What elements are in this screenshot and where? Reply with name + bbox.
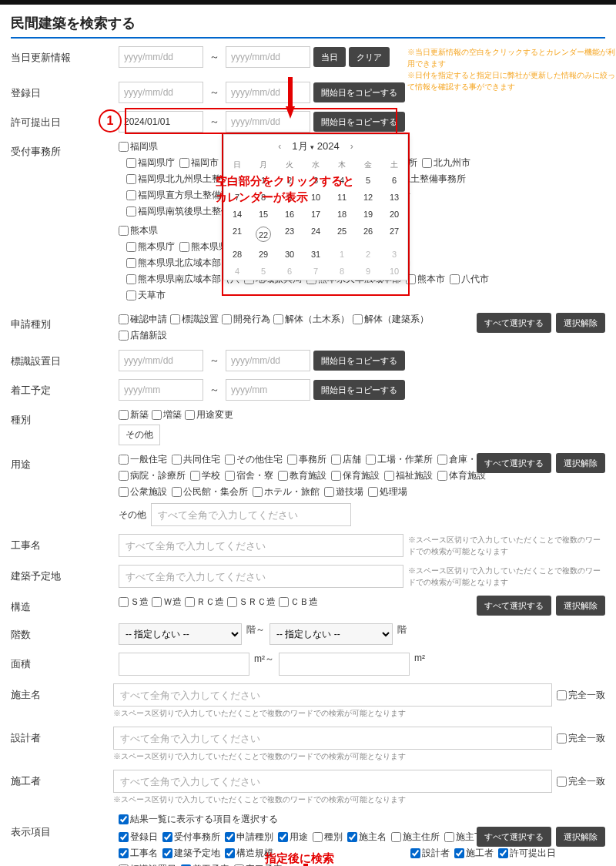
checkbox-item[interactable]: 宿舎・寮 xyxy=(225,469,273,482)
checkbox-item[interactable]: 設計者 xyxy=(410,847,450,860)
calendar-day[interactable]: 26 xyxy=(355,223,381,246)
calendar-day[interactable]: 20 xyxy=(381,206,407,223)
clear-button[interactable]: クリア xyxy=(349,47,390,67)
calendar-day[interactable]: 13 xyxy=(381,189,407,206)
checkbox-item[interactable]: 熊本市 xyxy=(406,273,445,286)
floors-from-select[interactable]: -- 指定しない -- xyxy=(119,623,242,645)
checkbox-item[interactable]: 完全一致 xyxy=(557,775,605,788)
checkbox-item[interactable]: 施主名 xyxy=(347,831,387,844)
checkbox-item[interactable]: 熊本県県南広域本部（八 xyxy=(126,273,239,286)
calendar-day[interactable]: 9 xyxy=(355,263,381,280)
build-site-input[interactable] xyxy=(119,565,403,588)
checkbox-item[interactable]: Ｓ造 xyxy=(119,596,149,609)
calendar-day[interactable]: 16 xyxy=(276,206,303,223)
checkbox-item[interactable]: 完全一致 xyxy=(557,689,605,702)
checkbox-item[interactable]: 公民館・集会所 xyxy=(172,485,248,498)
reg-to-input[interactable] xyxy=(226,82,310,103)
checkbox-item[interactable]: 受付事務所 xyxy=(162,831,220,844)
copy-start-button-4[interactable]: 開始日をコピーする xyxy=(313,380,405,400)
permit-to-input[interactable] xyxy=(226,111,310,133)
checkbox-item[interactable]: その他住宅 xyxy=(225,453,283,466)
calendar-day[interactable]: 31 xyxy=(303,246,329,263)
checkbox-item[interactable]: 福岡県南筑後県土整備 xyxy=(126,205,230,218)
checkbox-item[interactable]: 着工予定 xyxy=(181,863,229,866)
checkbox-item[interactable]: 福岡県庁 xyxy=(126,156,175,170)
calendar-day[interactable]: 28 xyxy=(224,246,250,263)
calendar-day[interactable]: 27 xyxy=(381,223,407,246)
checkbox-item[interactable]: 公衆施設 xyxy=(119,485,167,498)
checkbox-item[interactable]: 熊本県庁 xyxy=(126,240,175,253)
today-to-input[interactable] xyxy=(226,46,310,68)
checkbox-item[interactable]: 解体（土木系） xyxy=(273,313,350,326)
copy-start-button-2[interactable]: 開始日をコピーする xyxy=(313,112,405,132)
checkbox-item[interactable]: 標識設置日 xyxy=(119,863,176,866)
calendar-day[interactable]: 4 xyxy=(224,263,250,280)
start-to-input[interactable] xyxy=(226,379,310,401)
checkbox-item[interactable]: ホテル・旅館 xyxy=(253,485,320,498)
use-other-input[interactable] xyxy=(151,503,351,526)
calendar-popup[interactable]: ‹ 1月 ▾ 2024 › 日月火水木金土 311234567891011121… xyxy=(223,134,408,280)
calendar-day[interactable]: 30 xyxy=(276,246,303,263)
checkbox-item[interactable]: 工場・作業所 xyxy=(366,453,433,466)
checkbox-item[interactable]: 保育施設 xyxy=(331,469,380,482)
checkbox-item[interactable]: 申請種別 xyxy=(225,831,273,844)
checkbox-item[interactable]: 熊本県県北広域本部（菊 xyxy=(126,257,239,270)
calendar-day[interactable]: 12 xyxy=(355,189,381,206)
checkbox-item[interactable]: 福祉施設 xyxy=(384,469,433,482)
area-to-input[interactable] xyxy=(279,653,410,676)
calendar-day[interactable]: 19 xyxy=(355,206,381,223)
checkbox-item[interactable]: 教育施設 xyxy=(278,469,326,482)
checkbox-item[interactable]: 北九州市 xyxy=(422,156,470,170)
calendar-next[interactable]: › xyxy=(346,139,358,153)
calendar-day[interactable]: 5 xyxy=(250,263,276,280)
calendar-day[interactable]: 7 xyxy=(303,263,329,280)
checkbox-item[interactable]: 共同住宅 xyxy=(172,453,220,466)
calendar-day[interactable]: 3 xyxy=(381,246,407,263)
today-button[interactable]: 当日 xyxy=(313,47,346,67)
calendar-day[interactable]: 6 xyxy=(276,263,303,280)
checkbox-item[interactable]: 学校 xyxy=(190,469,220,482)
deselect-button-2[interactable]: 選択解除 xyxy=(556,453,605,473)
calendar-day[interactable]: 6 xyxy=(381,172,407,189)
work-name-input[interactable] xyxy=(119,534,403,557)
start-from-input[interactable] xyxy=(119,379,203,401)
calendar-prev[interactable]: ‹ xyxy=(273,139,286,153)
checkbox-item[interactable]: 開発行為 xyxy=(222,313,270,326)
checkbox-item[interactable]: 病院・診療所 xyxy=(119,469,186,482)
checkbox-item[interactable]: 福岡県 xyxy=(119,140,158,153)
checkbox-item[interactable]: 新築 xyxy=(119,408,149,421)
checkbox-item[interactable]: 種別 xyxy=(313,831,343,844)
designer-input[interactable] xyxy=(113,727,552,750)
checkbox-item[interactable]: 遊技場 xyxy=(324,485,363,498)
deselect-button-4[interactable]: 選択解除 xyxy=(556,827,605,847)
sign-to-input[interactable] xyxy=(226,350,310,371)
calendar-day[interactable]: 29 xyxy=(250,246,276,263)
calendar-day[interactable]: 2 xyxy=(355,246,381,263)
display-head-cb[interactable]: 結果一覧に表示する項目を選択する xyxy=(119,813,605,826)
checkbox-item[interactable]: 店舗 xyxy=(331,453,361,466)
calendar-day[interactable]: 8 xyxy=(329,263,355,280)
checkbox-item[interactable]: 天草市 xyxy=(126,289,166,302)
checkbox-item[interactable]: ＲＣ造 xyxy=(185,596,224,609)
calendar-day[interactable]: 24 xyxy=(303,223,329,246)
checkbox-item[interactable]: Ｗ造 xyxy=(152,596,182,609)
checkbox-item[interactable]: 確認申請 xyxy=(119,313,167,326)
permit-from-input[interactable] xyxy=(119,111,203,133)
checkbox-item[interactable]: 完全一致 xyxy=(557,732,605,745)
calendar-day[interactable]: 5 xyxy=(355,172,381,189)
select-all-button-2[interactable]: すべて選択する xyxy=(477,453,551,473)
checkbox-item[interactable]: 用途変更 xyxy=(185,408,233,421)
checkbox-item[interactable]: 福岡県直方県土整備事 xyxy=(126,189,230,202)
floors-to-select[interactable]: -- 指定しない -- xyxy=(270,623,393,645)
select-all-button[interactable]: すべて選択する xyxy=(477,313,551,333)
calendar-day[interactable]: 17 xyxy=(303,206,329,223)
checkbox-item[interactable]: 工事名 xyxy=(119,847,158,860)
checkbox-item[interactable]: 施工者 xyxy=(454,847,494,860)
checkbox-item[interactable]: 増築 xyxy=(152,408,182,421)
checkbox-item[interactable]: 八代市 xyxy=(450,273,489,286)
checkbox-item[interactable]: 処理場 xyxy=(368,485,407,498)
calendar-day[interactable]: 22 xyxy=(250,223,276,246)
calendar-day[interactable]: 23 xyxy=(276,223,303,246)
area-from-input[interactable] xyxy=(119,653,249,676)
checkbox-item[interactable]: 熊本県 xyxy=(119,224,158,237)
